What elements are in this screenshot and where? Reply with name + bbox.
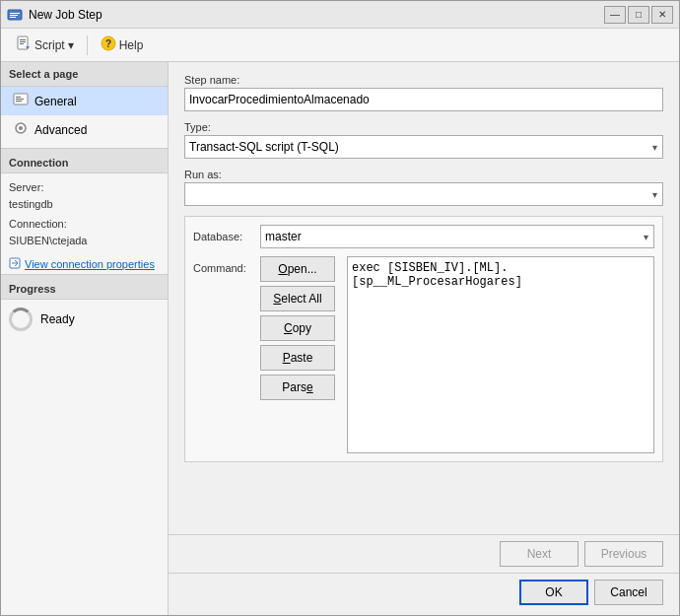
run-as-label: Run as:	[184, 169, 663, 180]
select-all-label: Select All	[273, 292, 321, 306]
run-as-select[interactable]	[184, 182, 663, 206]
script-button[interactable]: Script ▾	[9, 33, 81, 57]
toolbar-divider	[87, 35, 88, 55]
command-area: Command: Open... Select All Copy	[193, 256, 654, 453]
svg-rect-12	[16, 97, 21, 98]
footer-ok-cancel: OK Cancel	[169, 573, 679, 615]
close-button[interactable]: ✕	[651, 6, 673, 24]
ok-button[interactable]: OK	[519, 580, 588, 605]
previous-button[interactable]: Previous	[584, 541, 663, 567]
select-all-button[interactable]: Select All	[260, 286, 335, 311]
window-icon	[7, 7, 23, 23]
copy-button[interactable]: Copy	[260, 315, 335, 341]
footer-nav-buttons: Next Previous	[169, 534, 679, 573]
svg-point-16	[19, 126, 23, 130]
svg-rect-2	[10, 15, 18, 16]
sidebar-header: Select a page	[1, 62, 168, 87]
view-connection-label: View connection properties	[25, 258, 155, 270]
paste-button[interactable]: Paste	[260, 345, 335, 371]
sidebar-item-general[interactable]: General	[1, 87, 168, 115]
parse-label: Parse	[282, 380, 312, 394]
progress-spinner	[9, 308, 33, 331]
advanced-icon	[13, 120, 29, 139]
type-select-wrapper: Transact-SQL script (T-SQL) PowerShell C…	[184, 135, 663, 159]
svg-rect-13	[16, 99, 24, 100]
help-icon: ?	[101, 35, 116, 54]
help-button[interactable]: ? Help	[94, 33, 151, 57]
maximize-button[interactable]: □	[628, 6, 649, 24]
ready-label: Ready	[40, 312, 75, 326]
svg-rect-3	[10, 17, 16, 18]
form-container: Step name: Type: Transact-SQL script (T-…	[169, 62, 679, 615]
database-label: Database:	[193, 231, 252, 242]
step-name-input[interactable]	[184, 88, 663, 111]
command-editor: Open... Select All Copy Paste	[260, 256, 654, 453]
command-label: Command:	[193, 256, 252, 274]
paste-label: Paste	[283, 351, 313, 365]
open-label: Open...	[278, 262, 316, 276]
general-icon	[13, 92, 29, 110]
form-area: Step name: Type: Transact-SQL script (T-…	[169, 62, 679, 534]
cancel-button[interactable]: Cancel	[594, 580, 663, 605]
type-label: Type:	[184, 121, 663, 133]
connection-link-icon	[9, 257, 21, 271]
step-name-group: Step name:	[184, 74, 663, 111]
main-window: New Job Step — □ ✕ Script ▾	[0, 0, 680, 616]
step-name-label: Step name:	[184, 74, 663, 86]
database-select[interactable]: master tempdb model msdb	[260, 225, 654, 248]
title-bar: New Job Step — □ ✕	[1, 1, 679, 29]
run-as-group: Run as:	[184, 169, 663, 206]
toolbar: Script ▾ ? Help	[1, 29, 679, 62]
connection-section-header: Connection	[1, 148, 168, 173]
command-textarea[interactable]: exec [SISBEN_IV].[ML].[sp__ML_ProcesarHo…	[347, 256, 654, 453]
connection-info: Server: testingdb Connection: SIUBEN\cte…	[1, 173, 168, 254]
run-as-select-wrapper	[184, 182, 663, 206]
help-label: Help	[119, 38, 144, 52]
progress-area: Ready	[1, 300, 168, 339]
svg-rect-6	[20, 41, 26, 42]
database-select-wrapper: master tempdb model msdb	[260, 225, 654, 248]
copy-label: Copy	[284, 321, 311, 335]
sidebar-item-label-advanced: Advanced	[34, 123, 87, 137]
title-bar-left: New Job Step	[7, 7, 102, 23]
server-label: Server: testingdb	[9, 179, 160, 212]
connection-user: SIUBEN\ctejada	[9, 235, 87, 246]
script-dropdown-icon: ▾	[68, 38, 74, 52]
svg-rect-5	[20, 39, 26, 40]
open-button[interactable]: Open...	[260, 256, 335, 282]
db-command-group: Database: master tempdb model msdb	[184, 216, 663, 462]
parse-button[interactable]: Parse	[260, 375, 335, 400]
progress-section-header: Progress	[1, 274, 168, 300]
server-value: testingdb	[9, 198, 53, 210]
connection-detail: Connection: SIUBEN\ctejada	[9, 216, 160, 248]
minimize-button[interactable]: —	[604, 6, 626, 24]
database-row: Database: master tempdb model msdb	[193, 225, 654, 248]
sidebar-item-advanced[interactable]: Advanced	[1, 115, 168, 144]
next-button[interactable]: Next	[500, 541, 578, 567]
window-title: New Job Step	[29, 8, 102, 22]
script-label: Script	[34, 38, 65, 52]
svg-rect-1	[10, 13, 20, 14]
title-bar-buttons: — □ ✕	[604, 6, 673, 24]
type-group: Type: Transact-SQL script (T-SQL) PowerS…	[184, 121, 663, 159]
command-buttons: Open... Select All Copy Paste	[260, 256, 339, 453]
svg-rect-4	[18, 36, 28, 49]
type-select[interactable]: Transact-SQL script (T-SQL) PowerShell C…	[184, 135, 663, 159]
svg-rect-7	[20, 43, 24, 44]
script-icon	[16, 35, 32, 54]
sidebar: Select a page General	[1, 62, 169, 615]
svg-rect-14	[16, 101, 22, 102]
sidebar-item-label-general: General	[34, 95, 77, 108]
view-connection-link[interactable]: View connection properties	[1, 254, 168, 274]
footer-area: Next Previous OK Cancel	[169, 534, 679, 615]
svg-text:?: ?	[105, 38, 111, 49]
main-content: Select a page General	[1, 62, 679, 615]
